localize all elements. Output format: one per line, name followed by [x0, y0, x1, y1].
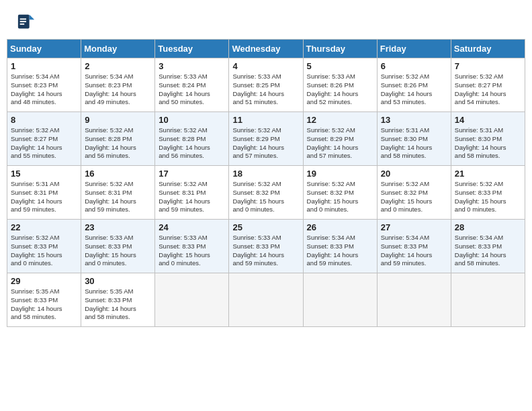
day-info: Sunrise: 5:32 AM Sunset: 8:28 PM Dayligh… [159, 126, 225, 161]
day-info: Sunrise: 5:34 AM Sunset: 8:33 PM Dayligh… [307, 234, 373, 268]
calendar-cell: 8Sunrise: 5:32 AM Sunset: 8:27 PM Daylig… [7, 112, 81, 166]
calendar-cell [229, 273, 303, 327]
calendar-cell: 5Sunrise: 5:33 AM Sunset: 8:26 PM Daylig… [303, 58, 377, 112]
col-header-tuesday: Tuesday [155, 40, 229, 58]
day-number: 23 [85, 222, 151, 232]
day-info: Sunrise: 5:32 AM Sunset: 8:32 PM Dayligh… [232, 180, 299, 214]
day-info: Sunrise: 5:33 AM Sunset: 8:25 PM Dayligh… [232, 73, 299, 107]
calendar-cell: 7Sunrise: 5:32 AM Sunset: 8:27 PM Daylig… [451, 58, 525, 112]
day-info: Sunrise: 5:31 AM Sunset: 8:30 PM Dayligh… [455, 126, 521, 161]
calendar-cell [377, 273, 451, 327]
calendar-cell: 28Sunrise: 5:34 AM Sunset: 8:33 PM Dayli… [451, 220, 525, 273]
calendar-cell: 4Sunrise: 5:33 AM Sunset: 8:25 PM Daylig… [229, 58, 303, 112]
col-header-sunday: Sunday [7, 40, 81, 58]
calendar-cell: 25Sunrise: 5:33 AM Sunset: 8:33 PM Dayli… [229, 220, 303, 273]
day-info: Sunrise: 5:32 AM Sunset: 8:32 PM Dayligh… [307, 180, 373, 214]
day-info: Sunrise: 5:32 AM Sunset: 8:27 PM Dayligh… [11, 126, 77, 161]
svg-rect-4 [20, 24, 25, 25]
calendar-cell: 27Sunrise: 5:34 AM Sunset: 8:33 PM Dayli… [377, 220, 451, 273]
day-number: 5 [307, 61, 373, 71]
calendar-cell: 24Sunrise: 5:33 AM Sunset: 8:33 PM Dayli… [155, 220, 229, 273]
col-header-wednesday: Wednesday [229, 40, 303, 58]
calendar-cell: 21Sunrise: 5:32 AM Sunset: 8:33 PM Dayli… [451, 166, 525, 220]
day-info: Sunrise: 5:31 AM Sunset: 8:31 PM Dayligh… [11, 180, 77, 214]
day-number: 9 [85, 115, 151, 125]
day-number: 25 [232, 222, 299, 232]
day-number: 27 [381, 222, 447, 232]
calendar-cell: 29Sunrise: 5:35 AM Sunset: 8:33 PM Dayli… [7, 273, 81, 327]
logo-icon [17, 13, 36, 32]
calendar-cell: 2Sunrise: 5:34 AM Sunset: 8:23 PM Daylig… [81, 58, 155, 112]
day-number: 24 [159, 222, 225, 232]
col-header-thursday: Thursday [303, 40, 377, 58]
day-number: 21 [455, 169, 521, 179]
calendar-cell: 26Sunrise: 5:34 AM Sunset: 8:33 PM Dayli… [303, 220, 377, 273]
day-number: 20 [381, 169, 447, 179]
calendar-cell: 6Sunrise: 5:32 AM Sunset: 8:26 PM Daylig… [377, 58, 451, 112]
calendar-week-row: 22Sunrise: 5:32 AM Sunset: 8:33 PM Dayli… [7, 220, 525, 273]
col-header-monday: Monday [81, 40, 155, 58]
day-info: Sunrise: 5:32 AM Sunset: 8:29 PM Dayligh… [232, 126, 299, 161]
calendar-cell: 22Sunrise: 5:32 AM Sunset: 8:33 PM Dayli… [7, 220, 81, 273]
calendar-cell: 17Sunrise: 5:32 AM Sunset: 8:31 PM Dayli… [155, 166, 229, 220]
day-number: 13 [381, 115, 447, 125]
day-info: Sunrise: 5:33 AM Sunset: 8:33 PM Dayligh… [85, 234, 151, 268]
day-number: 15 [11, 169, 77, 179]
calendar-cell: 19Sunrise: 5:32 AM Sunset: 8:32 PM Dayli… [303, 166, 377, 220]
day-number: 29 [11, 276, 77, 286]
calendar-cell [303, 273, 377, 327]
day-number: 28 [455, 222, 521, 232]
day-number: 18 [232, 169, 299, 179]
day-info: Sunrise: 5:31 AM Sunset: 8:30 PM Dayligh… [381, 126, 447, 161]
day-number: 4 [232, 61, 299, 71]
calendar-cell: 3Sunrise: 5:33 AM Sunset: 8:24 PM Daylig… [155, 58, 229, 112]
calendar-header-row: SundayMondayTuesdayWednesdayThursdayFrid… [7, 40, 525, 58]
calendar-week-row: 1Sunrise: 5:34 AM Sunset: 8:23 PM Daylig… [7, 58, 525, 112]
day-number: 8 [11, 115, 77, 125]
day-number: 2 [85, 61, 151, 71]
day-number: 7 [455, 61, 521, 71]
day-info: Sunrise: 5:33 AM Sunset: 8:33 PM Dayligh… [159, 234, 225, 268]
day-info: Sunrise: 5:34 AM Sunset: 8:33 PM Dayligh… [455, 234, 521, 268]
col-header-saturday: Saturday [451, 40, 525, 58]
day-info: Sunrise: 5:34 AM Sunset: 8:33 PM Dayligh… [381, 234, 447, 268]
calendar-week-row: 15Sunrise: 5:31 AM Sunset: 8:31 PM Dayli… [7, 166, 525, 220]
calendar-cell: 9Sunrise: 5:32 AM Sunset: 8:28 PM Daylig… [81, 112, 155, 166]
day-info: Sunrise: 5:33 AM Sunset: 8:33 PM Dayligh… [232, 234, 299, 268]
day-info: Sunrise: 5:34 AM Sunset: 8:23 PM Dayligh… [85, 73, 151, 107]
calendar-week-row: 29Sunrise: 5:35 AM Sunset: 8:33 PM Dayli… [7, 273, 525, 327]
day-info: Sunrise: 5:32 AM Sunset: 8:33 PM Dayligh… [11, 234, 77, 268]
day-info: Sunrise: 5:33 AM Sunset: 8:26 PM Dayligh… [307, 73, 373, 107]
calendar-cell: 30Sunrise: 5:35 AM Sunset: 8:33 PM Dayli… [81, 273, 155, 327]
day-info: Sunrise: 5:35 AM Sunset: 8:33 PM Dayligh… [85, 287, 151, 322]
calendar-cell: 15Sunrise: 5:31 AM Sunset: 8:31 PM Dayli… [7, 166, 81, 220]
day-info: Sunrise: 5:32 AM Sunset: 8:26 PM Dayligh… [381, 73, 447, 107]
day-number: 22 [11, 222, 77, 232]
day-number: 14 [455, 115, 521, 125]
day-info: Sunrise: 5:32 AM Sunset: 8:31 PM Dayligh… [85, 180, 151, 214]
day-number: 6 [381, 61, 447, 71]
day-info: Sunrise: 5:34 AM Sunset: 8:23 PM Dayligh… [11, 73, 77, 107]
day-info: Sunrise: 5:32 AM Sunset: 8:32 PM Dayligh… [381, 180, 447, 214]
calendar-cell [155, 273, 229, 327]
day-number: 16 [85, 169, 151, 179]
day-info: Sunrise: 5:35 AM Sunset: 8:33 PM Dayligh… [11, 287, 77, 322]
day-number: 19 [307, 169, 373, 179]
calendar-cell: 12Sunrise: 5:32 AM Sunset: 8:29 PM Dayli… [303, 112, 377, 166]
day-number: 1 [11, 61, 77, 71]
day-info: Sunrise: 5:32 AM Sunset: 8:27 PM Dayligh… [455, 73, 521, 107]
day-number: 3 [159, 61, 225, 71]
calendar-table: SundayMondayTuesdayWednesdayThursdayFrid… [7, 39, 525, 327]
day-info: Sunrise: 5:32 AM Sunset: 8:31 PM Dayligh… [159, 180, 225, 214]
calendar-cell: 23Sunrise: 5:33 AM Sunset: 8:33 PM Dayli… [81, 220, 155, 273]
day-number: 17 [159, 169, 225, 179]
calendar-cell: 10Sunrise: 5:32 AM Sunset: 8:28 PM Dayli… [155, 112, 229, 166]
day-info: Sunrise: 5:32 AM Sunset: 8:33 PM Dayligh… [455, 180, 521, 214]
page-header [7, 7, 525, 36]
day-number: 26 [307, 222, 373, 232]
calendar-cell [451, 273, 525, 327]
day-info: Sunrise: 5:32 AM Sunset: 8:28 PM Dayligh… [85, 126, 151, 161]
calendar-cell: 11Sunrise: 5:32 AM Sunset: 8:29 PM Dayli… [229, 112, 303, 166]
calendar-cell: 13Sunrise: 5:31 AM Sunset: 8:30 PM Dayli… [377, 112, 451, 166]
day-number: 11 [232, 115, 299, 125]
